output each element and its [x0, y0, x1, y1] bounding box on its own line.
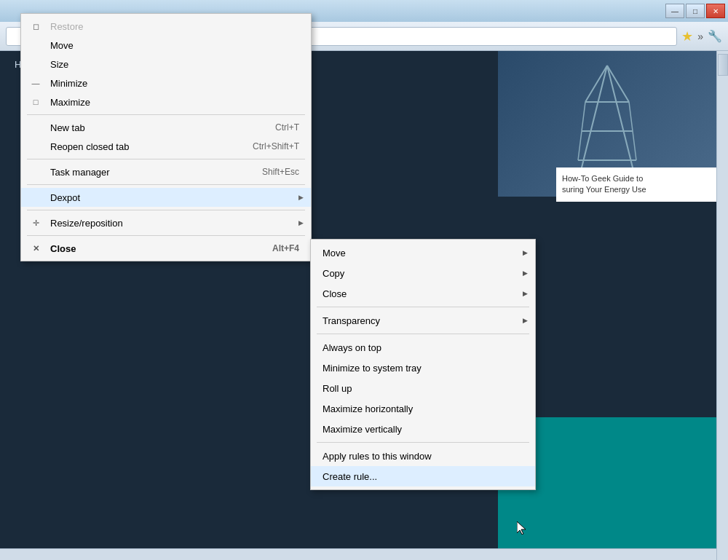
- menu-item-resize[interactable]: ✛ Resize/reposition: [21, 213, 311, 232]
- menu-item-dexpot[interactable]: Dexpot: [21, 188, 311, 207]
- svg-marker-10: [517, 521, 526, 535]
- dexpot-separator-1: [317, 307, 529, 307]
- menu-item-new-tab[interactable]: New tab Ctrl+T: [21, 118, 311, 137]
- scrollbar-vertical[interactable]: [716, 51, 728, 560]
- dexpot-always-on-top[interactable]: Always on top: [311, 337, 535, 358]
- resize-icon: ✛: [27, 218, 44, 228]
- dexpot-close[interactable]: Close: [311, 283, 535, 304]
- separator-1: [27, 114, 305, 115]
- menu-item-task-manager[interactable]: Task manager Shift+Esc: [21, 162, 311, 181]
- article-title: How-To Geek Guide to: [562, 174, 643, 183]
- dexpot-copy[interactable]: Copy: [311, 263, 535, 283]
- maximize-button[interactable]: □: [686, 4, 705, 18]
- separator-5: [27, 235, 305, 236]
- restore-icon: ◻: [27, 22, 44, 31]
- mouse-cursor: [517, 521, 526, 535]
- dexpot-transparency[interactable]: Transparency: [311, 310, 535, 331]
- menu-item-maximize[interactable]: □ Maximize: [21, 92, 311, 111]
- close-menu-icon: ✕: [27, 244, 44, 253]
- dexpot-move[interactable]: Move: [311, 242, 535, 263]
- scrollbar-thumb[interactable]: [718, 54, 728, 76]
- dexpot-minimize-tray[interactable]: Minimize to system tray: [311, 358, 535, 378]
- article-text: How-To Geek Guide to suring Your Energy …: [556, 167, 716, 202]
- menu-item-size[interactable]: Size: [21, 55, 311, 74]
- title-bar-buttons: — □ ✕: [665, 4, 725, 18]
- minimize-icon: —: [27, 79, 44, 87]
- menu-item-reopen-tab[interactable]: Reopen closed tab Ctrl+Shift+T: [21, 137, 311, 156]
- dexpot-roll-up[interactable]: Roll up: [311, 378, 535, 398]
- svg-line-9: [607, 66, 629, 102]
- dexpot-create-rule[interactable]: Create rule...: [311, 466, 535, 486]
- svg-line-8: [585, 66, 607, 102]
- article-subtitle: suring Your Energy Use: [562, 185, 646, 194]
- separator-3: [27, 184, 305, 185]
- dexpot-separator-2: [317, 334, 529, 334]
- dexpot-maximize-h[interactable]: Maximize horizontally: [311, 398, 535, 419]
- separator-4: [27, 210, 305, 210]
- chevron-icon[interactable]: »: [697, 31, 703, 42]
- bookmark-star-icon[interactable]: ★: [681, 28, 693, 44]
- dexpot-submenu: Move Copy Close Transparency Always on t…: [310, 239, 536, 490]
- separator-2: [27, 159, 305, 159]
- wrench-icon[interactable]: 🔧: [708, 29, 722, 43]
- menu-item-move[interactable]: Move: [21, 36, 311, 55]
- dexpot-apply-rules[interactable]: Apply rules to this window: [311, 446, 535, 466]
- scrollbar-horizontal[interactable]: [0, 548, 716, 560]
- menu-item-restore[interactable]: ◻ Restore: [21, 17, 311, 36]
- close-button[interactable]: ✕: [706, 4, 725, 18]
- main-context-menu: ◻ Restore Move Size — Minimize □ Maximiz…: [20, 13, 312, 261]
- menu-item-minimize[interactable]: — Minimize: [21, 74, 311, 92]
- maximize-icon: □: [27, 98, 44, 106]
- minimize-button[interactable]: —: [665, 4, 684, 18]
- dexpot-maximize-v[interactable]: Maximize vertically: [311, 419, 535, 439]
- menu-item-close[interactable]: ✕ Close Alt+F4: [21, 239, 311, 258]
- dexpot-separator-3: [317, 442, 529, 443]
